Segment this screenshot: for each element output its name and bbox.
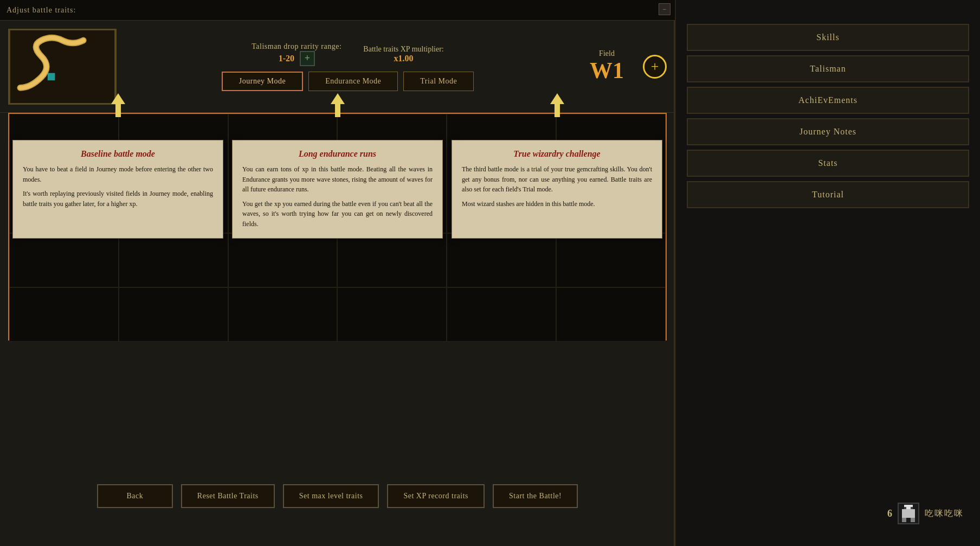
- field-plus-button[interactable]: +: [643, 55, 667, 79]
- svg-rect-9: [911, 518, 915, 522]
- xp-value: x1.00: [394, 54, 414, 63]
- trait-cell-1-4[interactable]: [337, 114, 447, 233]
- xp-label: Battle traits XP multiplier:: [363, 45, 443, 54]
- svg-rect-1: [48, 73, 55, 80]
- journey-mode-button[interactable]: Journey Mode: [222, 72, 304, 91]
- trait-cell-1-5[interactable]: [447, 114, 556, 233]
- pixel-char-name: 吃咪吃咪: [925, 508, 964, 519]
- sidebar-stats-button[interactable]: Stats: [687, 150, 969, 177]
- trait-cell-3-5[interactable]: [447, 287, 556, 342]
- trait-cell-2-4[interactable]: [337, 233, 447, 287]
- xp-record-button[interactable]: Set XP record traits: [387, 484, 485, 508]
- trait-cell-1-1[interactable]: [9, 114, 119, 233]
- svg-rect-8: [902, 518, 906, 522]
- svg-rect-10: [904, 507, 906, 509]
- endurance-mode-button[interactable]: Endurance Mode: [308, 72, 398, 91]
- trait-cell-1-6[interactable]: [556, 114, 666, 233]
- talisman-group: Talisman drop rarity range: 1-20 +: [252, 42, 341, 66]
- traits-row-2: [9, 233, 666, 287]
- sidebar-skills-button[interactable]: Skills: [687, 24, 969, 51]
- field-value: W1: [590, 58, 624, 83]
- xp-group: Battle traits XP multiplier: x1.00: [363, 45, 443, 63]
- page-title: Adjust battle traits:: [7, 6, 76, 15]
- header-bar: Adjust battle traits: −: [0, 0, 675, 21]
- max-level-button[interactable]: Set max level traits: [283, 484, 379, 508]
- map-thumbnail: [8, 29, 117, 105]
- trait-cell-2-5[interactable]: [447, 233, 556, 287]
- trait-cell-1-3[interactable]: [228, 114, 338, 233]
- mode-buttons: Journey Mode Endurance Mode Trial Mode: [222, 72, 474, 91]
- field-info: Field W1: [590, 49, 624, 83]
- top-row-labels: Talisman drop rarity range: 1-20 + Battl…: [252, 42, 444, 66]
- traits-area: [8, 113, 667, 341]
- trait-cell-1-2[interactable]: [119, 114, 228, 233]
- talisman-value: 1-20: [279, 54, 294, 63]
- sidebar-tutorial-button[interactable]: Tutorial: [687, 181, 969, 208]
- trait-cell-2-3[interactable]: [228, 233, 338, 287]
- trait-cell-3-4[interactable]: [337, 287, 447, 342]
- trait-cell-2-6[interactable]: [556, 233, 666, 287]
- minimize-button[interactable]: −: [659, 3, 670, 15]
- sidebar-achievements-button[interactable]: AchiEvEments: [687, 87, 969, 114]
- pixel-number: 6: [887, 508, 892, 519]
- traits-row-3: [9, 287, 666, 342]
- trait-cell-3-1[interactable]: [9, 287, 119, 342]
- trait-cell-3-6[interactable]: [556, 287, 666, 342]
- svg-rect-11: [911, 507, 913, 509]
- talisman-plus-button[interactable]: +: [300, 51, 315, 66]
- talisman-xp-section: Talisman drop rarity range: 1-20 + Battl…: [127, 42, 568, 91]
- talisman-label: Talisman drop rarity range:: [252, 42, 341, 51]
- pixel-char-area: 6 吃咪吃咪: [675, 497, 980, 530]
- top-section: Talisman drop rarity range: 1-20 + Battl…: [0, 21, 675, 113]
- trial-mode-button[interactable]: Trial Mode: [403, 72, 474, 91]
- traits-row-1: [9, 114, 666, 233]
- pixel-character-icon: [898, 503, 919, 524]
- sidebar-talisman-button[interactable]: Talisman: [687, 55, 969, 82]
- trait-cell-2-2[interactable]: [119, 233, 228, 287]
- trait-cell-3-3[interactable]: [228, 287, 338, 342]
- sidebar: Skills Talisman AchiEvEments Journey Not…: [675, 0, 980, 546]
- svg-rect-7: [902, 509, 915, 518]
- main-area: Adjust battle traits: − Talisman drop ra…: [0, 0, 675, 546]
- trait-cell-2-1[interactable]: [9, 233, 119, 287]
- bottom-buttons: Back Reset Battle Traits Set max level t…: [0, 479, 675, 513]
- sidebar-journey-notes-button[interactable]: Journey Notes: [687, 118, 969, 145]
- back-button[interactable]: Back: [97, 484, 173, 508]
- trait-cell-3-2[interactable]: [119, 287, 228, 342]
- start-battle-button[interactable]: Start the Battle!: [493, 484, 578, 508]
- field-label: Field: [599, 49, 615, 58]
- reset-button[interactable]: Reset Battle Traits: [181, 484, 275, 508]
